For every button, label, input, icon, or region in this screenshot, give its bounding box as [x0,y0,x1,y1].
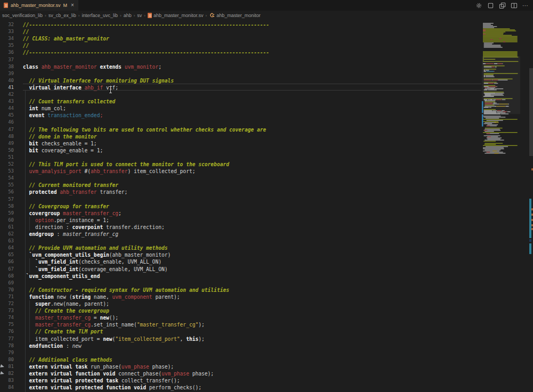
breadcrumb-label: ahb [124,13,132,18]
line-number: 57 [0,196,14,203]
code-line-36[interactable]: //--------------------------------------… [23,49,269,56]
code-line-73[interactable]: // Create the covergroup [23,307,109,314]
code-line-35[interactable]: // [23,42,29,49]
code-line-83[interactable]: extern virtual protected task collect_tr… [23,377,180,384]
code-line-47[interactable]: // The following two bits are used to co… [23,126,266,133]
code-line-52[interactable]: // This TLM port is used to connect the … [23,161,229,168]
ruler-warning-mark [531,224,533,226]
code-line-50[interactable]: bit coverage_enable = 1; [23,147,103,154]
line-number: 55 [0,182,14,189]
split-editor-icon[interactable] [511,2,518,9]
editor-area[interactable]: 3233343536373839404142434445464748495051… [0,20,533,392]
line-number: 63 [0,238,14,244]
line-number: 64 [0,244,14,251]
line-number: 48 [0,133,14,140]
tab-ahb-master-monitor[interactable]: ahb_master_monitor.sv M × [0,0,78,11]
close-icon[interactable]: × [71,3,74,8]
breadcrumb-item-soc-verification-lib[interactable]: soc_verification_lib [2,13,43,18]
line-number: 42 [0,91,14,98]
line-number: 76 [0,328,14,335]
line-number: 83 [0,377,14,384]
code-line-48[interactable]: // done in the monitor [23,133,97,140]
line-number: 71 [0,293,14,300]
code-line-67[interactable]: `uvm_field_int(coverage_enable, UVM_ALL_… [23,266,168,273]
breadcrumb-label: sv_cb_ex_lib [49,13,76,18]
ruler-modified-mark [529,199,531,238]
open-changes-icon[interactable] [499,2,506,9]
line-number: 44 [0,105,14,112]
scrollbar-slider[interactable] [529,68,533,156]
code-line-65[interactable]: `uvm_component_utils_begin(ahb_master_mo… [23,251,171,258]
minimap[interactable] [482,21,520,391]
code-line-71[interactable]: function new (string name, uvm_component… [23,293,180,300]
code-line-45[interactable]: event transaction_ended; [23,112,103,119]
code-line-77[interactable]: item_collected_port = new("item_collecte… [23,336,205,342]
code-line-61[interactable]: direction : coverpoint transfer.directio… [23,224,165,231]
line-number: 67 [0,266,14,273]
breadcrumb-item-ahb-master-monitor[interactable]: ahb_master_monitor [209,12,261,19]
code-line-43[interactable]: // Count transfers collected [23,98,115,105]
line-number: 34 [0,35,14,42]
code-line-38[interactable]: class ahb_master_monitor extends uvm_mon… [23,63,161,70]
breadcrumb-label: interface_uvc_lib [82,13,118,18]
line-number: 77 [0,336,14,342]
code-line-49[interactable]: bit checks_enable = 1; [23,140,97,147]
code-line-53[interactable]: uvm_analysis_port #(ahb_transfer) item_c… [23,168,195,175]
code-line-55[interactable]: // Current monitored transfer [23,182,118,189]
code-line-66[interactable]: `uvm_field_int(checks_enable, UVM_ALL_ON… [23,258,161,265]
code-line-68[interactable]: `uvm_component_utils_end [23,273,100,280]
code-line-44[interactable]: int num_col; [23,105,66,112]
line-number: 56 [0,189,14,195]
vscode-window: ahb_master_monitor.sv M × [0,0,533,392]
code-line-59[interactable]: covergroup master_transfer_cg; [23,210,122,217]
line-number: 45 [0,112,14,119]
code-line-75[interactable]: master_transfer_cg.set_inst_name("master… [23,321,205,328]
line-number: 79 [0,349,14,356]
ruler-warning-mark [531,214,533,216]
code-line-40[interactable]: // Virtual Interface for monitoring DUT … [23,77,174,84]
code-line-80[interactable]: // Additional class methods [23,356,112,363]
breadcrumb-separator: › [206,13,207,18]
line-number: 66 [0,258,14,265]
code-line-64[interactable]: // Provide UVM automation and utility me… [23,244,167,251]
code-line-78[interactable]: endfunction : new [23,342,82,349]
more-actions-icon[interactable]: ⋯ [522,3,529,8]
line-number: 33 [0,28,14,35]
line-number: 62 [0,231,14,238]
settings-gear-icon[interactable] [475,2,482,9]
code-line-32[interactable]: //--------------------------------------… [23,21,269,28]
line-number: 52 [0,161,14,168]
code-line-58[interactable]: // Covergroup for transfer [23,203,109,210]
class-symbol-icon [209,12,215,19]
code-line-56[interactable]: protected ahb_transfer transfer; [23,189,127,195]
tab-label: ahb_master_monitor.sv [11,3,61,8]
line-number: 41 [0,84,14,91]
ruler-warning-mark [531,228,533,230]
code-line-82[interactable]: extern virtual function void connect_pha… [23,370,214,377]
code-line-74[interactable]: master_transfer_cg = new(); [23,314,118,321]
line-number: 73 [0,307,14,314]
sv-file-icon [4,3,8,8]
breadcrumb-item-ahb[interactable]: ahb [124,13,132,18]
code-line-60[interactable]: option.per_instance = 1; [23,217,109,224]
code-line-34[interactable]: // CLASS: ahb_master_monitor [23,35,109,42]
breadcrumb-item-interface-uvc-lib[interactable]: interface_uvc_lib [82,13,118,18]
breadcrumb-item-sv[interactable]: sv [137,13,142,18]
line-number: 32 [0,21,14,28]
code-line-81[interactable]: extern virtual task run_phase(uvm_phase … [23,363,174,370]
code-line-62[interactable]: endgroup : master_transfer_cg [23,231,118,238]
ruler-warning-mark [531,219,533,221]
code-line-76[interactable]: // Create the TLM port [23,328,103,335]
line-number: 51 [0,154,14,161]
code-line-70[interactable]: // Constructor - required syntax for UVM… [23,287,229,293]
breadcrumb-item-sv-cb-ex-lib[interactable]: sv_cb_ex_lib [49,13,76,18]
code-line-72[interactable]: super.new(name, parent); [23,300,109,307]
breadcrumb-label: ahb_master_monitor [216,13,261,18]
square-icon[interactable] [487,2,494,9]
breadcrumb-separator: › [45,13,46,18]
code-line-84[interactable]: extern virtual protected function void p… [23,384,201,391]
code-line-41[interactable]: virtual interface ahb_if vif; [23,84,118,91]
breadcrumb-label: sv [137,13,142,18]
breadcrumb-item-ahb-master-monitor-sv[interactable]: ahb_master_monitor.sv [148,13,204,18]
code-line-33[interactable]: // [23,28,29,35]
